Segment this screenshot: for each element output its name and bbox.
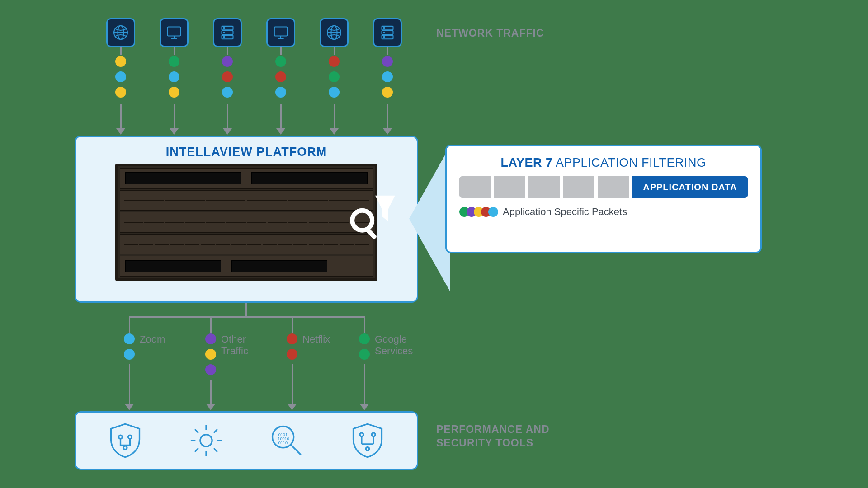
svg-line-31 [291, 445, 301, 455]
svg-point-11 [223, 37, 225, 38]
svg-point-28 [123, 446, 127, 450]
search-filter-icon [344, 178, 398, 255]
svg-rect-25 [365, 227, 377, 239]
filter-title-rest: APPLICATION FILTERING [552, 156, 706, 169]
svg-point-24 [352, 211, 372, 230]
platform-title: INTELLAVIEW PLATFORM [86, 145, 407, 159]
filter-title: LAYER 7 APPLICATION FILTERING [459, 156, 748, 170]
tools-label: PERFORMANCE AND SECURITY TOOLS [436, 423, 550, 450]
svg-point-26 [119, 435, 123, 439]
svg-point-27 [128, 435, 132, 439]
input-packets [329, 56, 340, 98]
search-data-icon: 0101100100110 [266, 420, 307, 461]
svg-point-9 [223, 28, 225, 29]
svg-text:0110: 0110 [278, 441, 288, 445]
tools-label-l2: SECURITY TOOLS [436, 436, 550, 450]
globe-icon [320, 18, 349, 47]
globe-icon [106, 18, 135, 47]
legend-text: Application Specific Packets [503, 206, 627, 218]
tools-box: 0101100100110 [75, 411, 418, 470]
application-data-segment: APPLICATION DATA [632, 176, 748, 198]
gear-icon [186, 420, 226, 461]
input-packets [382, 56, 393, 98]
output-label: Zoom [140, 333, 165, 345]
network-traffic-label: NETWORK TRAFFIC [436, 27, 544, 39]
svg-point-10 [223, 32, 225, 33]
svg-rect-12 [274, 27, 287, 36]
output-label: GoogleServices [375, 333, 413, 357]
input-packets [275, 56, 286, 98]
legend-row: Application Specific Packets [459, 206, 748, 218]
input-packets [115, 56, 126, 98]
tools-label-l1: PERFORMANCE AND [436, 423, 550, 436]
input-packets [169, 56, 179, 98]
output-packets [124, 333, 135, 360]
shield-circuit-icon [105, 420, 146, 461]
svg-rect-3 [168, 27, 180, 36]
output-packets [287, 333, 297, 360]
output-packets [205, 333, 216, 375]
svg-point-37 [366, 447, 369, 450]
shield-circuit-icon-2 [347, 420, 388, 461]
source-row [106, 18, 402, 47]
server-icon [213, 18, 242, 47]
svg-point-36 [372, 433, 375, 436]
monitor-icon [266, 18, 295, 47]
output-label: OtherTraffic [221, 333, 248, 357]
filter-panel: LAYER 7 APPLICATION FILTERING APPLICATIO… [445, 145, 762, 253]
input-packets [222, 56, 233, 98]
packet-header-bar: APPLICATION DATA [459, 176, 748, 198]
server-icon [373, 18, 402, 47]
svg-point-21 [383, 28, 385, 29]
svg-point-23 [383, 37, 385, 38]
output-label: Netflix [302, 333, 330, 345]
output-packets [359, 333, 370, 360]
svg-point-29 [200, 435, 212, 446]
filter-title-bold: LAYER 7 [500, 156, 552, 169]
legend-dots [459, 207, 495, 217]
monitor-icon [160, 18, 189, 47]
svg-point-22 [383, 32, 385, 33]
rack-chassis [115, 164, 377, 281]
callout-pointer [409, 146, 450, 291]
svg-point-35 [360, 433, 363, 436]
diagram-root: NETWORK TRAFFIC INTELLAVIEW PLATFORM LAY… [75, 18, 798, 479]
